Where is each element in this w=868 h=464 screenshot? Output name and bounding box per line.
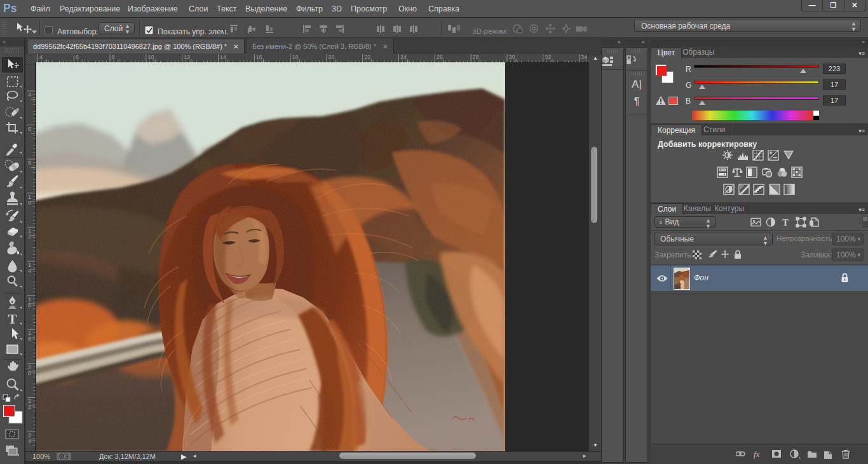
svg-text:18: 18 [292, 54, 299, 60]
svg-text:14: 14 [220, 54, 226, 60]
svg-text:24: 24 [400, 54, 407, 60]
svg-text:12: 12 [184, 54, 190, 60]
svg-text:4: 4 [28, 92, 31, 98]
svg-text:6: 6 [28, 302, 31, 308]
svg-text:10: 10 [147, 54, 154, 60]
svg-text:4: 4 [39, 54, 43, 60]
svg-text:20: 20 [328, 54, 334, 60]
svg-text:30: 30 [508, 54, 515, 60]
svg-text:4: 4 [28, 268, 31, 274]
svg-text:0: 0 [28, 370, 31, 376]
svg-text:2: 2 [28, 404, 31, 410]
svg-text:26: 26 [437, 54, 443, 60]
svg-text:4: 4 [28, 438, 31, 444]
svg-text:2: 2 [28, 233, 31, 240]
svg-text:6: 6 [76, 54, 79, 60]
svg-text:T: T [782, 217, 789, 228]
svg-text:34: 34 [581, 54, 587, 60]
svg-text:fx: fx [754, 449, 760, 459]
svg-text:8: 8 [112, 54, 115, 60]
svg-text:T: T [8, 311, 17, 327]
svg-text:32: 32 [545, 54, 551, 60]
svg-text:22: 22 [364, 54, 370, 60]
svg-text:0: 0 [28, 200, 31, 206]
svg-text:16: 16 [256, 54, 262, 60]
svg-text:8: 8 [28, 160, 31, 166]
svg-text:6: 6 [28, 126, 31, 132]
svg-text:28: 28 [473, 54, 479, 60]
svg-text:8: 8 [28, 336, 31, 342]
